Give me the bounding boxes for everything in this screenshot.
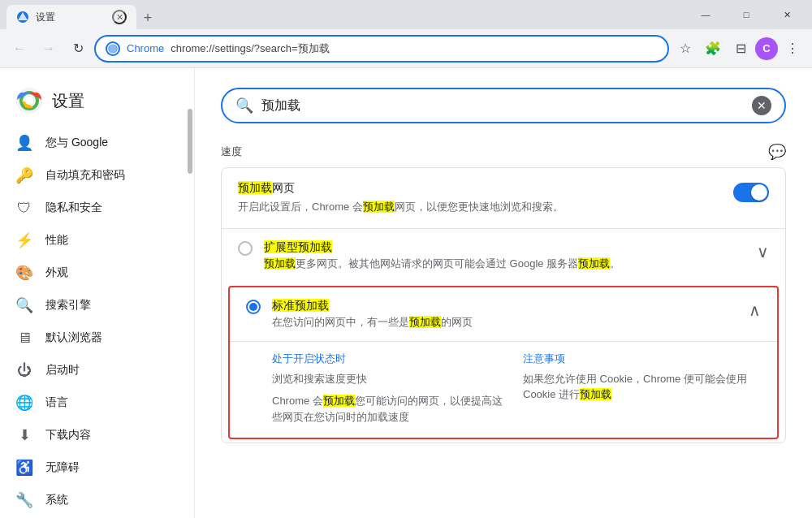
sidebar-item-google-label: 您与 Google (45, 136, 108, 150)
content-area: 🔍 ✕ 速度 💬 预加载网页 开启此设置后，Chrome 会预加载网页，以便您更… (195, 68, 812, 518)
sidebar-item-appearance[interactable]: 🎨 外观 (0, 257, 194, 289)
url-text: chrome://settings/?search=预加载 (171, 41, 658, 56)
search-box[interactable]: 🔍 ✕ (221, 88, 786, 123)
speed-section-title: 速度 (221, 145, 242, 159)
sidebar-item-search-label: 搜索引擎 (45, 298, 91, 313)
detail-col1-heading: 处于开启状态时 (272, 352, 510, 366)
accessibility-icon: ♿ (16, 460, 32, 476)
detail-col2-text: 如果您允许使用 Cookie，Chrome 便可能会使用 Cookie 进行预加… (523, 371, 761, 403)
performance-icon: ⚡ (16, 232, 32, 248)
feedback-icon[interactable]: 💬 (768, 143, 786, 161)
sidebar-item-privacy-label: 隐私和安全 (45, 201, 102, 215)
detail-col2-before: 如果您允许使用 Cookie，Chrome 便可能会使用 Cookie 进行 (523, 373, 747, 401)
standard-desc-after: 的网页 (441, 316, 473, 328)
tab-area: 设置 ✕ + (6, 0, 684, 29)
new-tab-button[interactable]: + (136, 6, 159, 29)
active-tab[interactable]: 设置 ✕ (6, 5, 136, 29)
sidebar-item-autofill-label: 自动填充和密码 (45, 168, 125, 183)
close-button[interactable]: ✕ (768, 0, 806, 29)
extended-radio-title: 扩展型预加载 (264, 240, 745, 255)
tab-close-button[interactable]: ✕ (112, 10, 127, 24)
standard-preload-row[interactable]: 标准预加载 在您访问的网页中，有一些是预加载的网页 ∧ (230, 287, 777, 341)
sidebar-item-downloads[interactable]: ⬇ 下载内容 (0, 419, 194, 451)
detail-col2-heading: 注意事项 (523, 352, 761, 366)
sidebar-item-downloads-label: 下载内容 (45, 428, 91, 442)
extended-desc-h2: 预加载 (578, 257, 610, 270)
sidebar-item-google[interactable]: 👤 您与 Google (0, 127, 194, 159)
system-icon: 🔧 (16, 492, 32, 508)
preload-desc-highlight: 预加载 (363, 201, 395, 213)
standard-chevron-up-icon: ∧ (749, 300, 761, 320)
sidebar-item-performance[interactable]: ⚡ 性能 (0, 224, 194, 257)
sidebar-item-system-label: 系统 (45, 493, 68, 507)
preload-title-highlight: 预加载 (238, 181, 272, 194)
browser-icon: 🖥 (16, 330, 32, 346)
menu-button[interactable]: ⋮ (780, 36, 806, 62)
sidebar-item-search[interactable]: 🔍 搜索引擎 (0, 289, 194, 322)
sidebar-item-appearance-label: 外观 (45, 265, 68, 280)
key-icon: 🔑 (16, 167, 32, 183)
sidebar-item-browser-label: 默认浏览器 (45, 330, 102, 345)
detail-col2: 注意事项 如果您允许使用 Cookie，Chrome 便可能会使用 Cookie… (523, 352, 761, 425)
standard-desc-before: 在您访问的网页中，有一些是 (272, 316, 409, 328)
sidebar-scrollbar[interactable] (188, 68, 192, 518)
extended-title-highlight: 扩展型 (264, 240, 298, 253)
search-input[interactable] (261, 98, 744, 113)
preload-desc-after: 网页，以便您更快速地浏览和搜索。 (395, 201, 564, 213)
extended-preload-row[interactable]: 扩展型预加载 预加载更多网页。被其他网站请求的网页可能会通过 Google 服务… (222, 228, 785, 283)
extension-button[interactable]: 🧩 (700, 36, 726, 62)
settings-page-title: 设置 (52, 90, 84, 112)
sidebar-item-system[interactable]: 🔧 系统 (0, 484, 194, 516)
extended-desc-m: 更多网页。被其他网站请求的网页可能会通过 Google 服务器 (296, 257, 578, 270)
navbar: ← → ↻ Chrome chrome://settings/?search=预… (0, 29, 812, 68)
forward-button[interactable]: → (36, 36, 62, 62)
extended-radio-content: 扩展型预加载 预加载更多网页。被其他网站请求的网页可能会通过 Google 服务… (264, 240, 745, 271)
profile-button[interactable]: C (755, 37, 778, 60)
sidebar-item-language-label: 语言 (45, 395, 68, 410)
preload-card-text: 预加载网页 开启此设置后，Chrome 会预加载网页，以便您更快速地浏览和搜索。 (238, 181, 733, 215)
back-button[interactable]: ← (6, 36, 32, 62)
detail-col1-text2: Chrome 会预加载您可能访问的网页，以便提高这些网页在您访问时的加载速度 (272, 393, 510, 425)
sidebar-item-browser[interactable]: 🖥 默认浏览器 (0, 322, 194, 354)
maximize-button[interactable]: □ (728, 0, 765, 29)
search-clear-button[interactable]: ✕ (752, 96, 771, 115)
tab-title: 设置 (36, 11, 106, 24)
appearance-icon: 🎨 (16, 265, 32, 281)
site-icon (106, 41, 120, 56)
tab-favicon (16, 11, 29, 24)
sidebar-item-privacy[interactable]: 🛡 隐私和安全 (0, 192, 194, 224)
sidebar-item-autofill[interactable]: 🔑 自动填充和密码 (0, 159, 194, 192)
titlebar: 设置 ✕ + — □ ✕ (0, 0, 812, 29)
standard-radio-desc: 在您访问的网页中，有一些是预加载的网页 (272, 315, 737, 330)
extended-desc-end: 。 (610, 257, 620, 270)
language-icon: 🌐 (16, 395, 32, 411)
sidebar-item-accessibility[interactable]: ♿ 无障碍 (0, 451, 194, 484)
sidebar-item-startup[interactable]: ⏻ 启动时 (0, 354, 194, 386)
preload-main-row: 预加载网页 开启此设置后，Chrome 会预加载网页，以便您更快速地浏览和搜索。 (222, 168, 785, 228)
sidebar-scrollbar-thumb (188, 109, 192, 174)
sidebar-item-performance-label: 性能 (45, 233, 68, 248)
main-content: 设置 👤 您与 Google 🔑 自动填充和密码 🛡 隐私和安全 ⚡ 性能 🎨 … (0, 68, 812, 518)
extended-radio-button[interactable] (238, 241, 253, 256)
sidebar-item-startup-label: 启动时 (45, 363, 80, 378)
extended-radio-desc: 预加载更多网页。被其他网站请求的网页可能会通过 Google 服务器预加载。 (264, 257, 745, 271)
chrome-logo-icon (16, 88, 42, 114)
sidebar: 设置 👤 您与 Google 🔑 自动填充和密码 🛡 隐私和安全 ⚡ 性能 🎨 … (0, 68, 195, 518)
standard-radio-content: 标准预加载 在您访问的网页中，有一些是预加载的网页 (272, 299, 737, 330)
toolbar-icons: ☆ 🧩 ⊟ C ⋮ (672, 36, 806, 62)
preload-toggle[interactable] (733, 183, 769, 202)
sidebar-item-language[interactable]: 🌐 语言 (0, 386, 194, 419)
standard-radio-button[interactable] (246, 300, 261, 314)
detail-col1: 处于开启状态时 浏览和搜索速度更快 Chrome 会预加载您可能访问的网页，以便… (272, 352, 510, 425)
detail-col1-highlight: 预加载 (323, 395, 355, 407)
address-bar[interactable]: Chrome chrome://settings/?search=预加载 (94, 35, 669, 63)
search-box-icon: 🔍 (235, 97, 253, 114)
preload-card-title: 预加载网页 (238, 181, 733, 196)
preload-card-desc: 开启此设置后，Chrome 会预加载网页，以便您更快速地浏览和搜索。 (238, 199, 733, 215)
sidebar-item-accessibility-label: 无障碍 (45, 460, 80, 475)
sidebar-button[interactable]: ⊟ (728, 36, 754, 62)
bookmark-button[interactable]: ☆ (672, 36, 698, 62)
detail-col1-before: Chrome 会 (272, 395, 323, 407)
minimize-button[interactable]: — (687, 0, 724, 29)
reload-button[interactable]: ↻ (65, 36, 91, 62)
